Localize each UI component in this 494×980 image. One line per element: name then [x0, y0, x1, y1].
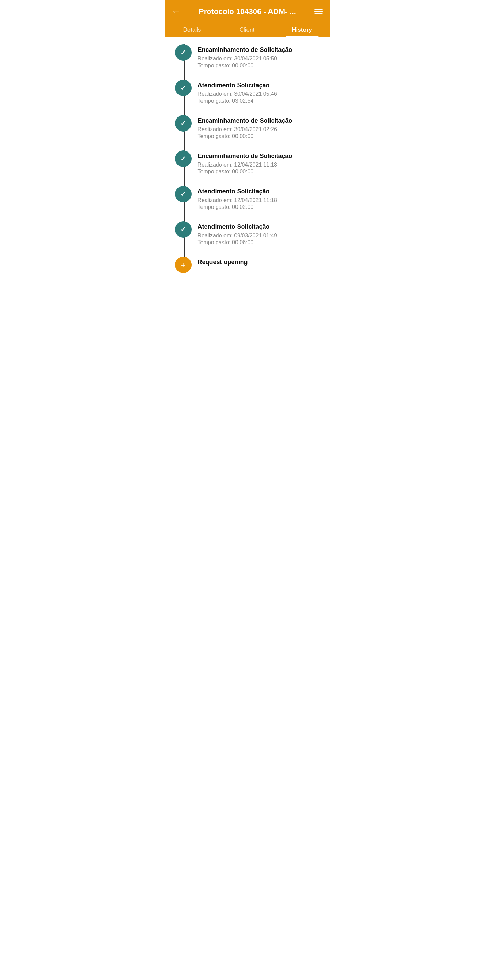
timeline-realizado: Realizado em: 30/04/2021 05:46 — [198, 91, 323, 97]
menu-line-2 — [315, 11, 323, 12]
add-icon[interactable]: + — [175, 256, 192, 273]
timeline-tempo: Tempo gasto: 00:02:00 — [198, 204, 323, 210]
timeline-event-title: Atendimento Solicitação — [198, 82, 323, 89]
app-container: ← Protocolo 104306 - ADM- ... Details Cl… — [165, 0, 330, 287]
timeline-tempo: Tempo gasto: 00:00:00 — [198, 62, 323, 69]
timeline-event-title: Encaminhamento de Solicitação — [198, 46, 323, 54]
timeline-icon-wrap: ✓ — [175, 80, 192, 96]
timeline-content: Request opening — [198, 256, 323, 268]
timeline-item: ✓Atendimento SolicitaçãoRealizado em: 30… — [165, 80, 330, 105]
timeline-content: Atendimento SolicitaçãoRealizado em: 12/… — [198, 186, 323, 211]
header: ← Protocolo 104306 - ADM- ... Details Cl… — [165, 0, 330, 37]
timeline-realizado: Realizado em: 12/04/2021 11:18 — [198, 197, 323, 204]
timeline-item: ✓Encaminhamento de SolicitaçãoRealizado … — [165, 44, 330, 69]
timeline-content: Atendimento SolicitaçãoRealizado em: 09/… — [198, 221, 323, 246]
timeline-tempo: Tempo gasto: 00:06:00 — [198, 239, 323, 246]
menu-button[interactable] — [315, 9, 323, 14]
timeline-item: ✓Atendimento SolicitaçãoRealizado em: 09… — [165, 221, 330, 246]
timeline-tempo: Tempo gasto: 03:02:54 — [198, 98, 323, 104]
check-icon: ✓ — [175, 186, 192, 202]
timeline-event-title: Request opening — [198, 259, 323, 266]
tabs-bar: Details Client History — [165, 22, 330, 37]
timeline-realizado: Realizado em: 30/04/2021 05:50 — [198, 56, 323, 62]
timeline-tempo: Tempo gasto: 00:00:00 — [198, 169, 323, 175]
menu-line-3 — [315, 13, 323, 14]
timeline-icon-wrap: ✓ — [175, 186, 192, 202]
timeline-realizado: Realizado em: 30/04/2021 02:26 — [198, 126, 323, 133]
header-top: ← Protocolo 104306 - ADM- ... — [165, 0, 330, 22]
check-icon: ✓ — [175, 80, 192, 96]
back-button[interactable]: ← — [172, 6, 181, 17]
tab-history[interactable]: History — [275, 22, 330, 37]
history-timeline: ✓Encaminhamento de SolicitaçãoRealizado … — [165, 37, 330, 287]
timeline-tempo: Tempo gasto: 00:00:00 — [198, 133, 323, 140]
menu-line-1 — [315, 9, 323, 10]
check-icon: ✓ — [175, 44, 192, 61]
timeline-item: ✓Atendimento SolicitaçãoRealizado em: 12… — [165, 186, 330, 211]
timeline-content: Encaminhamento de SolicitaçãoRealizado e… — [198, 44, 323, 69]
timeline-icon-wrap: ✓ — [175, 44, 192, 61]
timeline-event-title: Encaminhamento de Solicitação — [198, 153, 323, 160]
timeline-item: ✓Encaminhamento de SolicitaçãoRealizado … — [165, 115, 330, 140]
timeline-content: Atendimento SolicitaçãoRealizado em: 30/… — [198, 80, 323, 105]
timeline-realizado: Realizado em: 09/03/2021 01:49 — [198, 232, 323, 239]
timeline-icon-wrap: + — [175, 256, 192, 273]
check-icon: ✓ — [175, 221, 192, 238]
timeline-content: Encaminhamento de SolicitaçãoRealizado e… — [198, 150, 323, 175]
timeline-content: Encaminhamento de SolicitaçãoRealizado e… — [198, 115, 323, 140]
check-icon: ✓ — [175, 150, 192, 167]
timeline-icon-wrap: ✓ — [175, 115, 192, 132]
tab-client[interactable]: Client — [220, 22, 275, 37]
timeline-icon-wrap: ✓ — [175, 150, 192, 167]
timeline-item: +Request opening — [165, 256, 330, 273]
timeline-event-title: Encaminhamento de Solicitação — [198, 117, 323, 124]
timeline-item: ✓Encaminhamento de SolicitaçãoRealizado … — [165, 150, 330, 175]
timeline-realizado: Realizado em: 12/04/2021 11:18 — [198, 162, 323, 168]
timeline-event-title: Atendimento Solicitação — [198, 188, 323, 195]
timeline-event-title: Atendimento Solicitação — [198, 223, 323, 231]
check-icon: ✓ — [175, 115, 192, 132]
timeline-icon-wrap: ✓ — [175, 221, 192, 238]
page-title: Protocolo 104306 - ADM- ... — [184, 7, 311, 16]
tab-details[interactable]: Details — [165, 22, 220, 37]
